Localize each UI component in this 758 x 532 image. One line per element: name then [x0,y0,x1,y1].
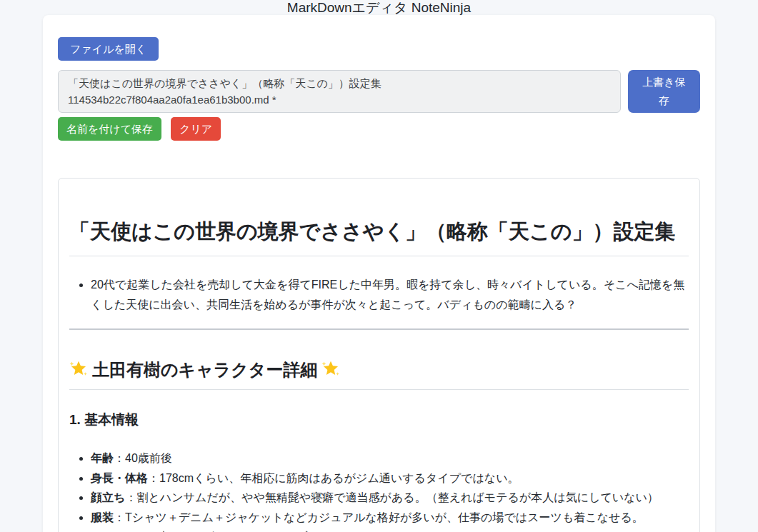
item-label: 身長・体格 [91,472,148,484]
character-section-heading: 土田有樹のキャラクター詳細 [69,358,689,390]
divider [69,328,689,330]
file-row: 「天使はこの世界の境界でささやく」（略称「天この」）設定集 114534b22c… [58,70,700,113]
app-title: MarkDownエディタ NoteNinja [0,0,758,15]
filename-file-line: 114534b22c7f804aa2a0fa1ea61b3b00.md * [68,91,611,108]
item-label: 服装 [91,511,114,523]
intro-list: 20代で起業した会社を売却して大金を得てFIREした中年男。暇を持て余し、時々バ… [69,275,689,314]
character-section-title: 土田有樹のキャラクター詳細 [92,360,317,379]
open-file-button[interactable]: ファイルを開く [58,37,159,61]
list-item: 身長・体格：178cmくらい、年相応に筋肉はあるがジム通いするタイプではない。 [91,468,689,488]
list-item: 年齢：40歳前後 [91,448,689,468]
document-title-heading: 「天使はこの世界の境界でささやく」（略称「天この」）設定集 [69,219,689,256]
list-item: 服装：Tシャツ＋デニム＋ジャケットなどカジュアルな格好が多いが、仕事の場ではスー… [91,508,689,532]
item-text: ：40歳前後 [114,452,172,464]
save-as-button[interactable]: 名前を付けて保存 [58,117,161,141]
nested-list: バイクの時はライダージャケット＋ブーツ [91,527,689,532]
item-label: 顔立ち [91,491,125,503]
filename-display[interactable]: 「天使はこの世界の境界でささやく」（略称「天この」）設定集 114534b22c… [58,70,621,113]
item-text: ：割とハンサムだが、やや無精髭や寝癖で適当感がある。（整えればモテるが本人は気に… [125,491,659,503]
clear-button[interactable]: クリア [171,117,221,141]
item-text: ：178cmくらい、年相応に筋肉はあるがジム通いするタイプではない。 [148,472,519,484]
glowing-star-icon [69,359,88,378]
filename-title-line: 「天使はこの世界の境界でささやく」（略称「天この」）設定集 [68,75,611,91]
item-label: 年齢 [91,452,114,464]
list-item: バイクの時はライダージャケット＋ブーツ [109,527,689,532]
overwrite-save-button[interactable]: 上書き保存 [628,70,700,113]
list-item: 顔立ち：割とハンサムだが、やや無精髭や寝癖で適当感がある。（整えればモテるが本人… [91,488,689,508]
item-text: ：Tシャツ＋デニム＋ジャケットなどカジュアルな格好が多いが、仕事の場ではスーツも… [114,511,644,523]
markdown-preview: 「天使はこの世界の境界でささやく」（略称「天この」）設定集 20代で起業した会社… [58,178,700,532]
editor-card: ファイルを開く 「天使はこの世界の境界でささやく」（略称「天この」）設定集 11… [43,15,715,532]
basic-info-heading: 1. 基本情報 [69,411,689,428]
glowing-star-icon [321,359,340,378]
list-item: 20代で起業した会社を売却して大金を得てFIREした中年男。暇を持て余し、時々バ… [91,275,689,314]
secondary-button-row: 名前を付けて保存 クリア [58,117,700,141]
basic-info-list: 年齢：40歳前後 身長・体格：178cmくらい、年相応に筋肉はあるがジム通いする… [69,448,689,532]
